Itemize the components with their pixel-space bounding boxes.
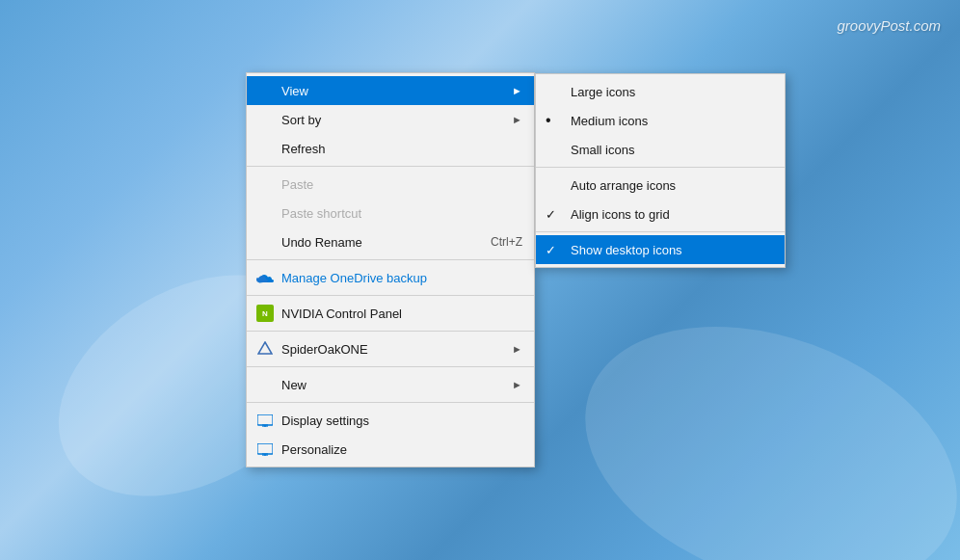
view-submenu: Large icons • Medium icons Small icons A… <box>535 73 786 268</box>
submenu-large-icons-label: Large icons <box>571 85 635 99</box>
personalize-icon <box>254 443 276 456</box>
context-menu: View ► Large icons • Medium icons Small … <box>246 72 535 467</box>
menu-item-spideroak-label: SpiderOakONE <box>281 342 512 357</box>
watermark-text: groovyPost.com <box>837 17 941 34</box>
submenu-item-auto-arrange[interactable]: Auto arrange icons <box>536 171 785 200</box>
menu-item-new-label: New <box>281 378 512 392</box>
separator-3 <box>247 295 534 296</box>
menu-item-view-label: View <box>281 84 512 98</box>
chevron-right-icon-sortby: ► <box>512 114 522 125</box>
menu-item-sort-by[interactable]: Sort by ► <box>247 105 534 134</box>
submenu-separator-2 <box>536 231 785 232</box>
menu-item-display-settings-label: Display settings <box>281 413 522 428</box>
menu-item-undo-rename-label: Undo Rename <box>281 235 471 250</box>
menu-item-spideroak[interactable]: SpiderOakONE ► <box>247 334 534 363</box>
menu-item-paste-shortcut-label: Paste shortcut <box>281 206 522 221</box>
separator-6 <box>247 402 534 403</box>
menu-item-sort-by-label: Sort by <box>281 113 512 127</box>
chevron-right-icon-new: ► <box>512 379 522 390</box>
svg-rect-4 <box>257 443 273 454</box>
menu-item-personalize[interactable]: Personalize <box>247 435 534 464</box>
separator-5 <box>247 366 534 367</box>
separator-2 <box>247 259 534 260</box>
undo-rename-shortcut: Ctrl+Z <box>491 235 522 249</box>
submenu-separator-1 <box>536 167 785 168</box>
menu-item-new[interactable]: New ► <box>247 370 534 399</box>
submenu-item-medium-icons[interactable]: • Medium icons <box>536 106 785 135</box>
menu-item-paste[interactable]: Paste <box>247 170 534 199</box>
spideroak-icon <box>254 341 276 357</box>
submenu-item-align-grid[interactable]: ✓ Align icons to grid <box>536 200 785 228</box>
svg-rect-0 <box>257 414 273 425</box>
separator-4 <box>247 331 534 332</box>
menu-item-nvidia-label: NVIDIA Control Panel <box>281 307 522 321</box>
submenu-align-grid-label: Align icons to grid <box>571 207 670 222</box>
nvidia-icon: N <box>254 305 276 322</box>
submenu-item-small-icons[interactable]: Small icons <box>536 135 785 164</box>
submenu-item-show-desktop[interactable]: ✓ Show desktop icons <box>536 235 785 264</box>
menu-item-paste-label: Paste <box>281 177 522 192</box>
check-show-desktop: ✓ <box>546 243 565 257</box>
menu-item-onedrive-label: Manage OneDrive backup <box>281 271 522 285</box>
separator-1 <box>247 166 534 167</box>
check-align-grid: ✓ <box>546 207 565 222</box>
menu-item-personalize-label: Personalize <box>281 442 522 457</box>
onedrive-icon <box>254 272 276 283</box>
submenu-auto-arrange-label: Auto arrange icons <box>571 178 676 193</box>
menu-item-nvidia[interactable]: N NVIDIA Control Panel <box>247 299 534 328</box>
display-icon <box>254 414 276 427</box>
chevron-right-icon-spideroak: ► <box>512 343 522 355</box>
submenu-show-desktop-label: Show desktop icons <box>571 243 682 257</box>
submenu-item-large-icons[interactable]: Large icons <box>536 77 785 106</box>
menu-item-view[interactable]: View ► Large icons • Medium icons Small … <box>247 76 534 105</box>
menu-item-paste-shortcut[interactable]: Paste shortcut <box>247 199 534 227</box>
dot-medium-icons: • <box>546 113 565 128</box>
menu-item-refresh-label: Refresh <box>281 142 522 156</box>
menu-item-onedrive[interactable]: Manage OneDrive backup <box>247 263 534 292</box>
menu-item-undo-rename[interactable]: Undo Rename Ctrl+Z <box>247 227 534 256</box>
submenu-medium-icons-label: Medium icons <box>571 114 648 128</box>
chevron-right-icon: ► <box>512 85 522 96</box>
menu-item-display-settings[interactable]: Display settings <box>247 406 534 435</box>
submenu-small-icons-label: Small icons <box>571 143 634 157</box>
menu-item-refresh[interactable]: Refresh <box>247 134 534 163</box>
